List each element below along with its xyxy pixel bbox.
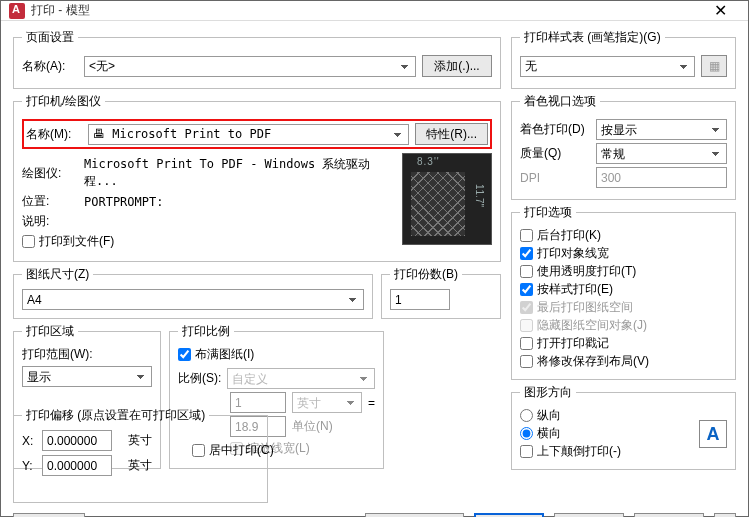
plot-scale-legend: 打印比例 [178, 323, 234, 340]
location-label: 位置: [22, 193, 78, 210]
shaded-viewport-legend: 着色视口选项 [520, 93, 600, 110]
plot-options-legend: 打印选项 [520, 204, 576, 221]
orientation-preview-icon: A [699, 420, 727, 448]
print-dialog: 打印 - 模型 ✕ 页面设置 名称(A): <无> 添加(.)... 打印机/绘… [0, 0, 749, 517]
paper-size-legend: 图纸尺寸(Z) [22, 266, 93, 283]
window-title: 打印 - 模型 [31, 2, 700, 19]
style-table-legend: 打印样式表 (画笔指定)(G) [520, 29, 665, 46]
cancel-button[interactable]: 取消 [554, 513, 624, 517]
plot-offset-group: 打印偏移 (原点设置在可打印区域) X: 英寸 Y: 英寸 居中打印(C) [13, 407, 268, 503]
plot-offset-legend: 打印偏移 (原点设置在可打印区域) [22, 407, 209, 424]
style-table-edit-button: ▦ [701, 55, 727, 77]
fit-to-paper-checkbox[interactable]: 布满图纸(I) [178, 346, 254, 363]
paper-size-group: 图纸尺寸(Z) A4 [13, 266, 373, 319]
quality-label: 质量(Q) [520, 145, 590, 162]
help-button[interactable]: 帮助(H) [634, 513, 704, 517]
scale-label: 比例(S): [178, 370, 221, 387]
page-setup-add-button[interactable]: 添加(.)... [422, 55, 492, 77]
opt-lineweights-checkbox[interactable]: 打印对象线宽 [520, 245, 609, 262]
shaded-viewport-group: 着色视口选项 着色打印(D)按显示 质量(Q)常规 DPI [511, 93, 736, 200]
plotter-value: Microsoft Print To PDF - Windows 系统驱动程..… [84, 156, 394, 190]
apply-to-layout-button[interactable]: 应用到布局(U) [365, 513, 464, 517]
location-value: PORTPROMPT: [84, 195, 163, 209]
preview-height: 11.7'' [474, 184, 485, 207]
plot-area-legend: 打印区域 [22, 323, 78, 340]
printer-name-label: 名称(M): [26, 126, 82, 143]
plot-range-select[interactable]: 显示 [22, 366, 152, 387]
scale-unit2-label: 单位(N) [292, 418, 333, 435]
orientation-group: 图形方向 纵向 横向 上下颠倒打印(-) A [511, 384, 736, 470]
shade-plot-label: 着色打印(D) [520, 121, 590, 138]
printer-legend: 打印机/绘图仪 [22, 93, 105, 110]
expand-button[interactable] [714, 513, 736, 517]
offset-x-input[interactable] [42, 430, 112, 451]
style-table-select[interactable]: 无 [520, 56, 695, 77]
page-setup-name-select[interactable]: <无> [84, 56, 416, 77]
page-setup-legend: 页面设置 [22, 29, 78, 46]
preview-width: 8.3'' [417, 156, 440, 167]
orientation-landscape-radio[interactable]: 横向 [520, 425, 561, 442]
plot-options-group: 打印选项 后台打印(K) 打印对象线宽 使用透明度打印(T) 按样式打印(E) … [511, 204, 736, 380]
page-setup-group: 页面设置 名称(A): <无> 添加(.)... [13, 29, 501, 89]
dpi-label: DPI [520, 171, 590, 185]
quality-select[interactable]: 常规 [596, 143, 727, 164]
opt-pslast-checkbox: 最后打印图纸空间 [520, 299, 633, 316]
opt-hideps-checkbox: 隐藏图纸空间对象(J) [520, 317, 647, 334]
copies-group: 打印份数(B) [381, 266, 501, 319]
print-to-file-checkbox[interactable]: 打印到文件(F) [22, 233, 114, 250]
scale-select: 自定义 [227, 368, 375, 389]
shade-plot-select[interactable]: 按显示 [596, 119, 727, 140]
opt-styles-checkbox[interactable]: 按样式打印(E) [520, 281, 613, 298]
page-setup-name-label: 名称(A): [22, 58, 78, 75]
offset-x-label: X: [22, 434, 36, 448]
app-logo-icon [9, 3, 25, 19]
equals-sign: = [368, 396, 375, 410]
style-table-group: 打印样式表 (画笔指定)(G) 无 ▦ [511, 29, 736, 89]
copies-input[interactable] [390, 289, 450, 310]
printer-properties-button[interactable]: 特性(R)... [415, 123, 488, 145]
copies-legend: 打印份数(B) [390, 266, 462, 283]
opt-transparency-checkbox[interactable]: 使用透明度打印(T) [520, 263, 636, 280]
preview-button[interactable]: 预览(P)... [13, 513, 85, 517]
paper-preview: 8.3'' 11.7'' [402, 153, 492, 245]
close-button[interactable]: ✕ [700, 1, 740, 20]
plotter-label: 绘图仪: [22, 165, 78, 182]
offset-y-input[interactable] [42, 455, 112, 476]
footer: 预览(P)... 应用到布局(U) 确定 取消 帮助(H) [1, 507, 748, 517]
orientation-upside-down-checkbox[interactable]: 上下颠倒打印(-) [520, 443, 621, 460]
orientation-portrait-radio[interactable]: 纵向 [520, 407, 561, 424]
paper-size-select[interactable]: A4 [22, 289, 364, 310]
titlebar: 打印 - 模型 ✕ [1, 1, 748, 21]
description-label: 说明: [22, 213, 78, 230]
plot-range-label: 打印范围(W): [22, 346, 152, 363]
scale-unit1-select: 英寸 [292, 392, 362, 413]
opt-stamp-checkbox[interactable]: 打开打印戳记 [520, 335, 609, 352]
orientation-legend: 图形方向 [520, 384, 576, 401]
offset-y-label: Y: [22, 459, 36, 473]
dpi-input [596, 167, 727, 188]
ok-button[interactable]: 确定 [474, 513, 544, 517]
opt-background-checkbox[interactable]: 后台打印(K) [520, 227, 601, 244]
offset-y-unit: 英寸 [128, 457, 259, 474]
center-plot-checkbox[interactable]: 居中打印(C) [192, 442, 274, 459]
opt-save-checkbox[interactable]: 将修改保存到布局(V) [520, 353, 649, 370]
printer-name-select[interactable]: 🖶 Microsoft Print to PDF [88, 124, 409, 145]
printer-group: 打印机/绘图仪 名称(M): 🖶 Microsoft Print to PDF … [13, 93, 501, 262]
